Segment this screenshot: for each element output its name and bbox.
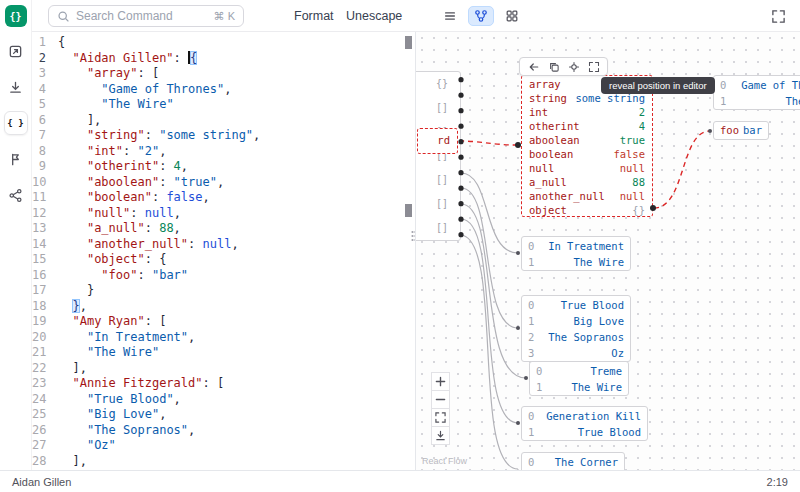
node-row: 0In Treatment [522,238,630,254]
editor-line[interactable]: 2 "Aidan Gillen": { [32,51,415,67]
selected-object-node[interactable]: arraystringsome stringint2otherint4abool… [521,75,653,217]
editor-line[interactable]: 5 "The Wire" [32,97,415,113]
editor-line[interactable]: 17 } [32,283,415,299]
fullscreen-button[interactable] [768,7,788,25]
clipped-key-text: rd [418,129,457,152]
line-number: 21 [32,345,58,359]
node-row: abooleantrue [522,133,652,147]
node-row: int2 [522,105,652,119]
editor-line[interactable]: 20 "In Treatment", [32,330,415,346]
editor-line[interactable]: 21 "The Wire" [32,345,415,361]
line-number: 3 [32,66,58,80]
status-bar: Aidan Gillen 2:19 [0,470,800,492]
editor-line[interactable]: 16 "foo": "bar" [32,268,415,284]
editor-line[interactable]: 25 "Big Love", [32,407,415,423]
fullscreen-icon [771,9,786,24]
editor-line[interactable]: 13 "a_null": 88, [32,221,415,237]
array-node-in-treatment[interactable]: 0In Treatment1The Wire [521,236,631,271]
search-shortcut: ⌘ K [214,10,235,23]
react-flow-attribution: React Flow [422,456,467,466]
node-row: 1The Wire [530,379,628,395]
array-node-treme[interactable]: 0Treme1The Wire [529,361,629,396]
line-number: 9 [32,159,58,173]
object-node-foo[interactable]: foobar [713,121,769,140]
search-icon [57,10,70,23]
format-button[interactable]: Format [294,0,334,32]
editor-line[interactable]: 18 }, [32,299,415,315]
node-row: 3Oz [522,345,630,361]
overview-ruler-mark [405,36,412,49]
expand-icon[interactable] [587,60,600,73]
editor-line[interactable]: 6 ], [32,113,415,129]
line-number: 8 [32,144,58,158]
node-row: 0The Corner [522,454,624,470]
editor-line[interactable]: 24 "True Blood", [32,392,415,408]
rows-view-button[interactable] [437,6,463,26]
reveal-icon[interactable] [567,60,580,73]
line-number: 26 [32,423,58,437]
editor-line[interactable]: 19 "Amy Ryan": [ [32,314,415,330]
editor-line[interactable]: 11 "boolean": false, [32,190,415,206]
sidebar: {} { } [0,0,32,470]
array-node-game-of-thrones[interactable]: 0Game of Thrones1The Wire [713,75,800,110]
node-row: 0Treme [530,363,628,379]
rows-icon [443,9,457,23]
node-row: nullnull [522,161,652,175]
back-icon[interactable] [527,60,540,73]
editor-line[interactable]: 9 "otherint": 4, [32,159,415,175]
line-number: 18 [32,299,58,313]
overview-ruler-mark [405,204,412,217]
zoom-out-button[interactable] [431,390,450,409]
editor-line[interactable]: 22 ], [32,361,415,377]
search-input[interactable]: Search Command ⌘ K [48,5,244,27]
line-number: 16 [32,268,58,282]
node-row: another_nullnull [522,189,652,203]
flag-icon[interactable] [4,147,28,171]
editor-line[interactable]: 4 "Game of Thrones", [32,82,415,98]
editor-line[interactable]: 14 "another_null": null, [32,237,415,253]
grid-view-button[interactable] [499,6,525,26]
root-node[interactable]: {}[][][][][][] [415,71,461,241]
editor-line[interactable]: 1{ [32,35,415,51]
editor-line[interactable]: 8 "int": "2", [32,144,415,160]
editor-line[interactable]: 23 "Annie Fitzgerald": [ [32,376,415,392]
editor-line[interactable]: 15 "object": { [32,252,415,268]
node-row: foobar [714,122,768,139]
copy-icon[interactable] [547,60,560,73]
line-number: 20 [32,330,58,344]
download-image-button[interactable] [431,426,450,445]
fit-view-button[interactable] [431,408,450,427]
editor-line[interactable]: 7 "string": "some string", [32,128,415,144]
unescape-button[interactable]: Unescape [346,0,402,32]
editor-line[interactable]: 12 "null": null, [32,206,415,222]
pane-resize-handle[interactable] [409,228,415,244]
clipped-key-node[interactable]: rd [417,128,458,154]
node-row: [] [415,96,460,120]
braces-icon[interactable]: { } [4,111,28,135]
graph-view-button[interactable] [468,6,494,26]
json-editor[interactable]: 1{2 "Aidan Gillen": {3 "array": [4 "Game… [32,32,415,470]
line-number: 7 [32,128,58,142]
editor-line[interactable]: 28 ], [32,454,415,470]
export-icon[interactable] [4,39,28,63]
app-logo[interactable]: {} [5,5,27,27]
nodes-icon[interactable] [4,183,28,207]
array-node-true-blood[interactable]: 0True Blood1Big Love2The Sopranos3Oz [521,295,631,362]
array-node-the-corner[interactable]: 0The Corner [521,452,625,470]
node-row: a_null88 [522,175,652,189]
node-row: object{} [522,203,652,217]
graph-canvas[interactable]: {}[][][][][][] rd reveal position in edi… [415,32,800,470]
line-number: 1 [32,35,58,49]
editor-line[interactable]: 3 "array": [ [32,66,415,82]
array-node-generation-kill[interactable]: 0Generation Kill1True Blood [521,406,648,441]
node-row: 2The Sopranos [522,329,630,345]
zoom-in-button[interactable] [431,372,450,391]
node-row: [] [415,216,460,240]
line-number: 2 [32,51,58,65]
editor-line[interactable]: 27 "Oz" [32,438,415,454]
editor-line[interactable]: 26 "The Sopranos", [32,423,415,439]
search-placeholder: Search Command [76,9,208,23]
download-icon[interactable] [4,75,28,99]
view-toolbar [437,6,525,26]
editor-line[interactable]: 10 "aboolean": "true", [32,175,415,191]
